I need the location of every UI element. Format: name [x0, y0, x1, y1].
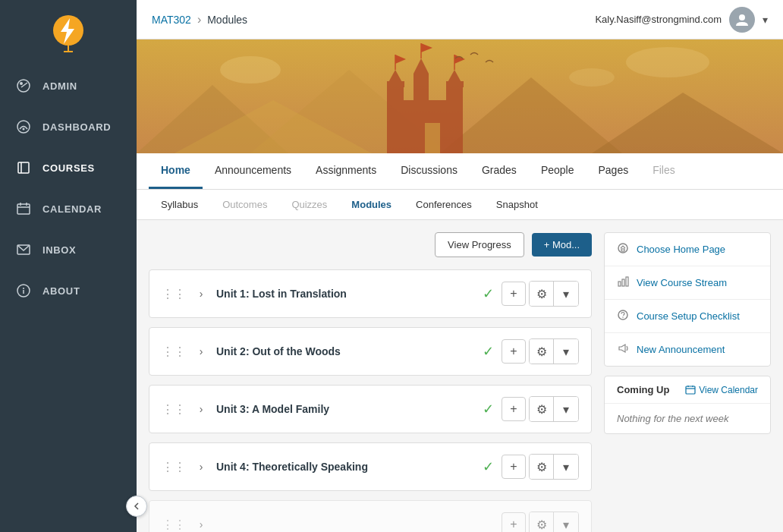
svg-rect-35 [401, 81, 404, 87]
svg-rect-33 [387, 81, 391, 87]
subnav-outcomes[interactable]: Outcomes [210, 190, 279, 219]
drag-handle-icon: ⋮⋮ [162, 402, 186, 417]
svg-point-45 [220, 56, 281, 83]
actions-widget: Choose Home Page View Course Stream Cour… [604, 232, 771, 367]
tab-files[interactable]: Files [640, 153, 687, 189]
add-module-button[interactable]: + Mod... [532, 233, 592, 257]
module-check-icon: ✓ [483, 401, 494, 417]
breadcrumb-course[interactable]: MAT302 [152, 14, 191, 26]
module-header: ⋮⋮ › Unit 3: A Model Family ✓ + ⚙ ▾ [149, 386, 591, 433]
module-add-button[interactable]: + [502, 339, 526, 364]
subnav-snapshot[interactable]: Snapshot [484, 190, 550, 219]
drag-handle-icon: ⋮⋮ [162, 345, 186, 359]
tab-announcements[interactable]: Announcements [203, 153, 303, 189]
subnav-modules[interactable]: Modules [339, 190, 404, 219]
expand-button[interactable]: › [193, 345, 209, 357]
expand-button[interactable]: › [193, 403, 209, 415]
logo-area [0, 0, 137, 65]
right-sidebar: Choose Home Page View Course Stream Cour… [604, 232, 771, 532]
module-header: ⋮⋮ › + ⚙ ▾ [149, 501, 591, 532]
module-actions: + ⚙ ▾ [502, 281, 579, 307]
expand-button[interactable]: › [193, 518, 209, 530]
user-avatar [729, 7, 755, 33]
module-settings-group: ⚙ ▾ [529, 454, 579, 480]
sidebar-item-admin-label: ADMIN [42, 80, 77, 92]
module-add-button[interactable]: + [502, 512, 526, 532]
sidebar-item-dashboard-label: DASHBOARD [42, 121, 111, 133]
sidebar-item-about[interactable]: ABOUT [0, 270, 137, 311]
module-settings-button[interactable]: ⚙ [530, 282, 554, 306]
sidebar-item-courses[interactable]: COURSES [0, 147, 137, 188]
module-dropdown-button[interactable]: ▾ [554, 397, 578, 421]
module-dropdown-button[interactable]: ▾ [554, 512, 578, 532]
module-header: ⋮⋮ › Unit 4: Theoretically Speaking ✓ + … [149, 443, 591, 490]
coming-up-widget: Coming Up View Calendar Nothing for the … [604, 376, 771, 434]
sidebar: ADMIN DASHBOARD COURSES CALENDAR INBOX A… [0, 0, 137, 532]
tab-discussions[interactable]: Discussions [388, 153, 470, 189]
new-announcement-item[interactable]: New Announcement [605, 333, 770, 366]
sidebar-item-dashboard[interactable]: DASHBOARD [0, 106, 137, 147]
module-settings-button[interactable]: ⚙ [530, 455, 554, 479]
module-item: ⋮⋮ › Unit 3: A Model Family ✓ + ⚙ ▾ [149, 385, 592, 433]
coming-up-header: Coming Up View Calendar [605, 376, 770, 404]
svg-point-17 [23, 288, 24, 289]
module-item: ⋮⋮ › Unit 2: Out of the Woods ✓ + ⚙ ▾ [149, 327, 592, 376]
sidebar-item-calendar[interactable]: CALENDAR [0, 188, 137, 229]
course-setup-checklist-item[interactable]: Course Setup Checklist [605, 300, 770, 333]
expand-button[interactable]: › [193, 288, 209, 300]
module-add-button[interactable]: + [502, 455, 526, 479]
drag-handle-icon: ⋮⋮ [162, 518, 186, 532]
modules-layout: View Progress + Mod... ⋮⋮ › Unit 1: Lost… [149, 232, 771, 532]
module-settings-group: ⚙ ▾ [529, 512, 579, 532]
book-icon [15, 159, 32, 176]
view-course-stream-item[interactable]: View Course Stream [605, 266, 770, 300]
module-settings-group: ⚙ ▾ [529, 281, 579, 307]
module-dropdown-button[interactable]: ▾ [554, 339, 578, 364]
sidebar-item-calendar-label: CALENDAR [42, 203, 102, 215]
subnav-syllabus[interactable]: Syllabus [149, 190, 210, 219]
content-area: View Progress + Mod... ⋮⋮ › Unit 1: Lost… [137, 220, 783, 532]
user-email: Kaly.Nasiff@strongmind.com [595, 14, 722, 25]
subnav-quizzes[interactable]: Quizzes [279, 190, 339, 219]
svg-rect-52 [622, 279, 624, 286]
tab-assignments[interactable]: Assignments [303, 153, 388, 189]
strongmind-logo [50, 14, 86, 55]
module-settings-button[interactable]: ⚙ [530, 512, 554, 532]
module-item: ⋮⋮ › + ⚙ ▾ [149, 500, 592, 532]
view-calendar-label: View Calendar [699, 385, 758, 395]
view-progress-button[interactable]: View Progress [435, 232, 524, 257]
svg-rect-28 [446, 85, 463, 153]
inbox-icon [15, 241, 32, 258]
user-menu[interactable]: Kaly.Nasiff@strongmind.com ▾ [595, 7, 768, 33]
subnav-conferences[interactable]: Conferences [404, 190, 484, 219]
module-header: ⋮⋮ › Unit 2: Out of the Woods ✓ + ⚙ ▾ [149, 328, 591, 375]
svg-rect-53 [626, 277, 628, 286]
module-settings-button[interactable]: ⚙ [530, 397, 554, 421]
sidebar-collapse-button[interactable] [126, 496, 147, 517]
tab-pages[interactable]: Pages [586, 153, 640, 189]
module-add-button[interactable]: + [502, 397, 526, 421]
view-calendar-link[interactable]: View Calendar [685, 385, 758, 395]
module-settings-group: ⚙ ▾ [529, 338, 579, 364]
module-actions: + ⚙ ▾ [502, 396, 579, 422]
sidebar-item-inbox[interactable]: INBOX [0, 229, 137, 270]
tab-home[interactable]: Home [149, 153, 203, 189]
main-content: MAT302 › Modules Kaly.Nasiff@strongmind.… [137, 0, 783, 532]
module-dropdown-button[interactable]: ▾ [554, 455, 578, 479]
svg-point-18 [739, 14, 745, 20]
module-settings-button[interactable]: ⚙ [530, 339, 554, 364]
home-settings-icon [617, 242, 629, 257]
expand-button[interactable]: › [193, 461, 209, 473]
tab-people[interactable]: People [529, 153, 586, 189]
tab-grades[interactable]: Grades [470, 153, 529, 189]
user-dropdown-icon: ▾ [763, 14, 768, 26]
svg-rect-37 [453, 81, 457, 87]
choose-home-page-item[interactable]: Choose Home Page [605, 233, 770, 266]
module-add-button[interactable]: + [502, 282, 526, 306]
course-setup-checklist-label: Course Setup Checklist [637, 310, 740, 322]
drag-handle-icon: ⋮⋮ [162, 287, 186, 301]
module-dropdown-button[interactable]: ▾ [554, 282, 578, 306]
breadcrumb: MAT302 › Modules [152, 13, 247, 27]
sidebar-item-admin[interactable]: ADMIN [0, 65, 137, 106]
module-check-icon: ✓ [483, 285, 494, 302]
